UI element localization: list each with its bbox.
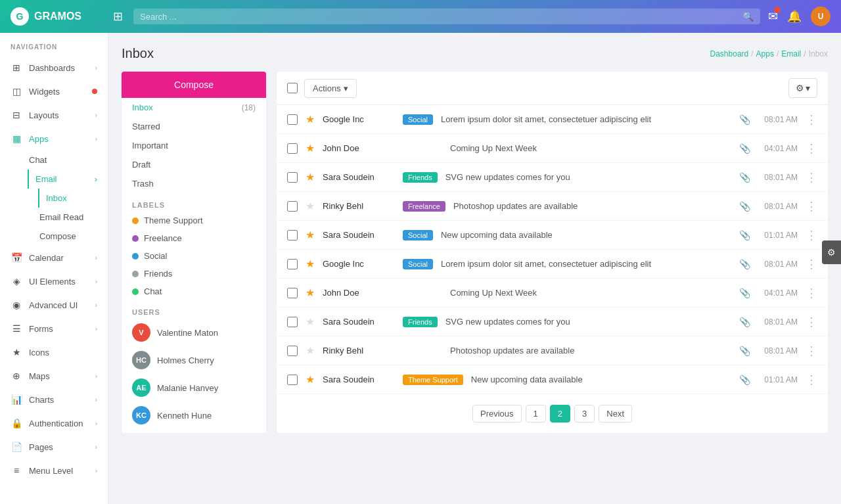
sidebar-subitem-chat[interactable]: Chat xyxy=(29,150,108,170)
email-more-4[interactable]: ⋮ xyxy=(806,199,817,214)
compose-button[interactable]: Compose xyxy=(122,72,266,98)
email-row[interactable]: ★ John Doe Coming Up Next Week 📎 04:01 A… xyxy=(277,134,828,163)
email-checkbox-10[interactable] xyxy=(287,375,298,385)
sidebar-item-icons[interactable]: ★ Icons xyxy=(0,340,108,364)
email-row[interactable]: ★ Rinky Behl Photoshop updates are avail… xyxy=(277,336,828,365)
user-malanie[interactable]: AE Malanie Hanvey xyxy=(122,374,266,401)
email-checkbox-5[interactable] xyxy=(287,230,298,241)
sidebar-item-layouts[interactable]: ⊟ Layouts › xyxy=(0,103,108,127)
email-star-4[interactable]: ★ xyxy=(306,200,315,212)
email-row[interactable]: ★ John Doe Coming Up Next Week 📎 04:01 A… xyxy=(277,279,828,308)
email-more-8[interactable]: ⋮ xyxy=(806,315,817,329)
mail-badge xyxy=(774,7,781,13)
label-freelance[interactable]: Freelance xyxy=(122,229,266,247)
email-more-5[interactable]: ⋮ xyxy=(806,228,817,242)
email-star-6[interactable]: ★ xyxy=(306,258,315,270)
settings-floating-button[interactable]: ⚙ xyxy=(822,241,841,264)
email-row[interactable]: ★ Google Inc Social Lorem ipsum dolor si… xyxy=(277,250,828,279)
email-more-6[interactable]: ⋮ xyxy=(806,257,817,271)
grid-icon[interactable]: ⊞ xyxy=(110,7,125,26)
sidebar-item-ui-elements[interactable]: ◈ UI Elements › xyxy=(0,269,108,293)
label-social[interactable]: Social xyxy=(122,247,266,265)
email-row[interactable]: ★ Sara Soudein Social New upcoming data … xyxy=(277,221,828,250)
email-star-7[interactable]: ★ xyxy=(306,286,315,299)
app-logo[interactable]: G GRAMOS xyxy=(11,7,102,26)
email-star-1[interactable]: ★ xyxy=(306,113,315,126)
bell-icon[interactable]: 🔔 xyxy=(787,9,802,24)
breadcrumb-apps[interactable]: Apps xyxy=(756,49,774,58)
sidebar-item-forms[interactable]: ☰ Forms › xyxy=(0,317,108,340)
breadcrumb-email[interactable]: Email xyxy=(781,49,801,58)
email-more-7[interactable]: ⋮ xyxy=(806,286,817,300)
email-checkbox-6[interactable] xyxy=(287,259,298,269)
select-all-checkbox[interactable] xyxy=(287,83,298,93)
sidebar-item-dashboards[interactable]: ⊞ Dashboards › xyxy=(0,56,108,80)
sidebar-subitem-compose[interactable]: Compose xyxy=(39,227,108,246)
email-row[interactable]: ★ Rinky Behl Freelance Photoshop updates… xyxy=(277,192,828,221)
sidebar-item-widgets[interactable]: ◫ Widgets xyxy=(0,80,108,103)
email-row[interactable]: ★ Sara Soudein Friends SVG new updates c… xyxy=(277,308,828,336)
label-chat[interactable]: Chat xyxy=(122,283,266,300)
email-subject-7: Coming Up Next Week xyxy=(450,288,731,298)
sidebar-subitem-email-read[interactable]: Email Read xyxy=(39,208,108,227)
sidebar-item-menu-level[interactable]: ≡ Menu Level › xyxy=(0,459,108,482)
actions-button[interactable]: Actions ▾ xyxy=(304,79,357,98)
email-star-8[interactable]: ★ xyxy=(306,315,315,328)
email-more-9[interactable]: ⋮ xyxy=(806,344,817,358)
email-more-3[interactable]: ⋮ xyxy=(806,170,817,185)
email-star-3[interactable]: ★ xyxy=(306,171,315,183)
label-friends[interactable]: Friends xyxy=(122,265,266,283)
email-more-1[interactable]: ⋮ xyxy=(806,112,817,127)
folder-important[interactable]: Important xyxy=(122,136,266,155)
sidebar-item-charts[interactable]: 📊 Charts › xyxy=(0,388,108,411)
sidebar-item-authentication[interactable]: 🔒 Authentication › xyxy=(0,411,108,435)
user-kenneth[interactable]: KC Kenneth Hune xyxy=(122,401,266,429)
gear-button[interactable]: ⚙ ▾ xyxy=(788,78,817,98)
folder-trash[interactable]: Trash xyxy=(122,174,266,193)
user-valentine[interactable]: V Valentine Maton xyxy=(122,319,266,346)
sidebar-subitem-email[interactable]: Email › xyxy=(28,170,108,189)
folder-draft[interactable]: Draft xyxy=(122,155,266,174)
sidebar-item-calendar[interactable]: 📅 Calendar › xyxy=(0,246,108,269)
email-checkbox-3[interactable] xyxy=(287,172,298,183)
page-3-button[interactable]: 3 xyxy=(574,405,595,423)
search-input[interactable] xyxy=(140,12,737,22)
email-star-10[interactable]: ★ xyxy=(306,373,315,386)
email-sender-6: Google Inc xyxy=(323,259,395,269)
email-row[interactable]: ★ Sara Soudein Friends SVG new updates c… xyxy=(277,163,828,192)
email-checkbox-7[interactable] xyxy=(287,288,298,298)
icons-icon: ★ xyxy=(11,346,22,358)
sidebar-item-advanced-ui[interactable]: ◉ Advanced UI › xyxy=(0,293,108,317)
next-page-button[interactable]: Next xyxy=(599,405,632,423)
email-time-1: 08:01 AM xyxy=(758,115,798,124)
sidebar-item-apps[interactable]: ▦ Apps › xyxy=(0,127,108,150)
folder-starred[interactable]: Starred xyxy=(122,117,266,136)
email-checkbox-9[interactable] xyxy=(287,346,298,356)
prev-page-button[interactable]: Previous xyxy=(472,405,522,423)
email-checkbox-4[interactable] xyxy=(287,201,298,212)
page-1-button[interactable]: 1 xyxy=(526,405,546,423)
sidebar-item-pages[interactable]: 📄 Pages › xyxy=(0,435,108,459)
email-more-2[interactable]: ⋮ xyxy=(806,141,817,156)
page-2-button[interactable]: 2 xyxy=(550,405,570,423)
avatar[interactable]: U xyxy=(811,7,830,26)
email-sender-7: John Doe xyxy=(323,288,395,298)
email-star-5[interactable]: ★ xyxy=(306,229,315,241)
email-checkbox-2[interactable] xyxy=(287,143,298,154)
label-theme-support[interactable]: Theme Support xyxy=(122,212,266,229)
mail-icon[interactable]: ✉ xyxy=(768,9,778,24)
email-row[interactable]: ★ Google Inc Social Lorem ipsum dolor si… xyxy=(277,105,828,134)
email-star-9[interactable]: ★ xyxy=(306,344,315,357)
user-avatar-malanie: AE xyxy=(132,378,150,397)
email-row[interactable]: ★ Sara Soudein Theme Support New upcomin… xyxy=(277,365,828,394)
main-content: Inbox Dashboard / Apps / Email / Inbox C… xyxy=(108,33,841,504)
email-checkbox-8[interactable] xyxy=(287,317,298,327)
breadcrumb-dashboard[interactable]: Dashboard xyxy=(710,49,749,58)
user-holmes[interactable]: HC Holmes Cherry xyxy=(122,346,266,374)
email-star-2[interactable]: ★ xyxy=(306,142,315,154)
sidebar-item-maps[interactable]: ⊕ Maps › xyxy=(0,364,108,388)
folder-inbox[interactable]: Inbox (18) xyxy=(122,98,266,117)
email-checkbox-1[interactable] xyxy=(287,114,298,125)
email-more-10[interactable]: ⋮ xyxy=(806,373,817,387)
sidebar-subitem-inbox[interactable]: Inbox xyxy=(38,189,108,208)
